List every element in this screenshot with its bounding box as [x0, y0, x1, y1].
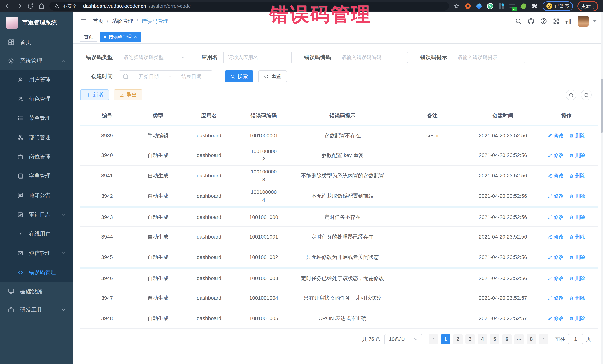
scrollbar-thumb[interactable]	[601, 79, 603, 133]
edit-link[interactable]: 修改	[548, 214, 564, 221]
sidebar-item-infrastructure[interactable]: 基础设施	[0, 282, 73, 301]
page-button-1[interactable]: 1	[441, 334, 451, 344]
edit-link[interactable]: 修改	[548, 172, 564, 179]
extensions-puzzle-icon[interactable]	[531, 3, 538, 10]
table-row[interactable]: 3942自动生成dashboard100100000 4不允许获取敏感配置到前端…	[80, 186, 598, 206]
scrollbar[interactable]	[601, 12, 603, 364]
recorder-extension-icon[interactable]	[464, 3, 471, 10]
edit-link[interactable]: 修改	[548, 315, 564, 322]
table-row[interactable]: 3947自动生成dashboard1001001004只有开启状态的任务，才可以…	[80, 288, 598, 308]
proxy-extension-icon[interactable]: on	[509, 3, 516, 10]
sidebar-item-dict-mgmt[interactable]: 字典管理	[0, 166, 73, 186]
prev-page-button[interactable]	[429, 334, 438, 344]
vue-devtools-icon[interactable]: V	[487, 3, 494, 10]
search-icon[interactable]	[515, 18, 522, 25]
table-row[interactable]: 3948自动生成dashboard1001001005CRON 表达式不正确20…	[80, 308, 598, 328]
close-icon[interactable]: ×	[134, 34, 137, 39]
sidebar-item-dev-tools[interactable]: 研发工具	[0, 301, 73, 319]
delete-link[interactable]: 删除	[569, 214, 585, 221]
forward-icon[interactable]	[16, 3, 23, 10]
sidebar-item-system-mgmt[interactable]: 系统管理	[0, 52, 73, 70]
kebab-menu-icon[interactable]	[593, 3, 594, 9]
breadcrumb-item[interactable]: 首页	[93, 17, 104, 25]
delete-link[interactable]: 删除	[569, 233, 585, 240]
edit-link[interactable]: 修改	[548, 295, 564, 301]
back-icon[interactable]	[5, 3, 12, 10]
delete-link[interactable]: 删除	[569, 193, 585, 199]
refresh-button[interactable]	[581, 89, 592, 100]
browser-update-button[interactable]: 更新	[577, 1, 598, 11]
page-size-select[interactable]: 10条/页	[384, 334, 422, 344]
sidebar-item-menu-mgmt[interactable]: 菜单管理	[0, 109, 73, 128]
sidebar-item-notice[interactable]: 通知公告	[0, 186, 73, 205]
reset-button[interactable]: 重置	[258, 70, 287, 82]
edit-link[interactable]: 修改	[548, 254, 564, 261]
end-date-placeholder[interactable]: 结束日期	[174, 73, 208, 80]
date-range-picker[interactable]: 开始日期 - 结束日期	[119, 70, 212, 82]
leaf-extension-icon[interactable]	[520, 3, 527, 10]
edit-link[interactable]: 修改	[548, 233, 564, 240]
help-icon[interactable]	[540, 18, 547, 25]
error-type-select[interactable]: 请选择错误码类型	[119, 52, 189, 63]
table-row[interactable]: 3940自动生成dashboard100100000 2参数配置 key 重复2…	[80, 145, 598, 165]
delete-link[interactable]: 删除	[569, 172, 585, 179]
hamburger-icon[interactable]	[80, 17, 87, 25]
table-row[interactable]: 3945自动生成dashboard1001001002只允许修改为开启或者关闭状…	[80, 247, 598, 267]
sidebar-item-audit-log[interactable]: 审计日志	[0, 205, 73, 224]
error-hint-input[interactable]	[453, 52, 525, 63]
address-bar[interactable]: 不安全 dashboard.yudao.iocoder.cn/system/er…	[49, 2, 449, 11]
sidebar-item-dept-mgmt[interactable]: 部门管理	[0, 128, 73, 147]
home-icon[interactable]	[38, 3, 45, 10]
grid-extension-icon[interactable]	[498, 3, 505, 10]
paused-extension-badge[interactable]: 已暂停	[543, 1, 573, 11]
bookmark-star-icon[interactable]	[453, 3, 460, 10]
table-row[interactable]: 3939手动编辑dashboard1001000001参数配置不存在ceshi2…	[80, 124, 598, 145]
page-button-4[interactable]: 4	[477, 334, 487, 344]
chevron-down-icon[interactable]	[593, 20, 597, 22]
sidebar-item-role-mgmt[interactable]: 角色管理	[0, 89, 73, 109]
page-ellipsis[interactable]: ···	[514, 334, 524, 344]
user-avatar[interactable]	[578, 16, 589, 26]
delete-link[interactable]: 删除	[569, 315, 585, 322]
app-logo[interactable]: 芋道管理系统	[0, 12, 73, 33]
edit-link[interactable]: 修改	[548, 275, 564, 282]
search-button[interactable]: 搜索	[225, 70, 254, 82]
start-date-placeholder[interactable]: 开始日期	[132, 73, 166, 80]
sidebar-item-online-users[interactable]: 在线用户	[0, 224, 73, 243]
edit-link[interactable]: 修改	[548, 152, 564, 159]
edit-link[interactable]: 修改	[548, 132, 564, 139]
error-code-input[interactable]	[336, 52, 408, 63]
sidebar-item-error-code[interactable]: 错误码管理	[0, 263, 73, 282]
page-button-6[interactable]: 6	[502, 334, 512, 344]
page-button-8[interactable]: 8	[527, 334, 536, 344]
reload-icon[interactable]	[27, 3, 34, 10]
font-size-icon[interactable]: TT	[565, 18, 572, 25]
gem-extension-icon[interactable]	[476, 3, 482, 10]
page-button-5[interactable]: 5	[490, 334, 499, 344]
sidebar-item-sms-mgmt[interactable]: 短信管理	[0, 243, 73, 263]
export-button[interactable]: 导出	[114, 89, 142, 100]
sidebar-item-user-mgmt[interactable]: 用户管理	[0, 70, 73, 89]
add-button[interactable]: 新增	[80, 89, 109, 100]
next-page-button[interactable]	[539, 334, 548, 344]
delete-link[interactable]: 删除	[569, 254, 585, 261]
sidebar-item-post-mgmt[interactable]: 岗位管理	[0, 147, 73, 166]
edit-link[interactable]: 修改	[548, 193, 564, 199]
app-name-input[interactable]	[223, 52, 292, 63]
tab-home[interactable]: 首页	[80, 32, 97, 42]
page-button-3[interactable]: 3	[465, 334, 475, 344]
table-row[interactable]: 3946自动生成dashboard1001001003定时任务已经处于该状态，无…	[80, 267, 598, 288]
delete-link[interactable]: 删除	[569, 275, 585, 282]
goto-page-input[interactable]	[568, 334, 583, 344]
table-row[interactable]: 3943自动生成dashboard1001001000定时任务不存在2021-0…	[80, 206, 598, 226]
sidebar-item-home[interactable]: 首页	[0, 33, 73, 52]
page-button-2[interactable]: 2	[453, 334, 463, 344]
table-row[interactable]: 3941自动生成dashboard100100000 3不能删除类型为系统内置的…	[80, 165, 598, 186]
table-row[interactable]: 3944自动生成dashboard1001001001定时任务的处理器已经存在2…	[80, 226, 598, 247]
delete-link[interactable]: 删除	[569, 295, 585, 301]
toggle-search-button[interactable]	[566, 89, 577, 100]
github-icon[interactable]	[527, 18, 534, 25]
insecure-label[interactable]: 不安全	[62, 3, 77, 10]
tab-error-code[interactable]: 错误码管理 ×	[100, 32, 141, 42]
breadcrumb-item[interactable]: 系统管理	[112, 17, 133, 25]
